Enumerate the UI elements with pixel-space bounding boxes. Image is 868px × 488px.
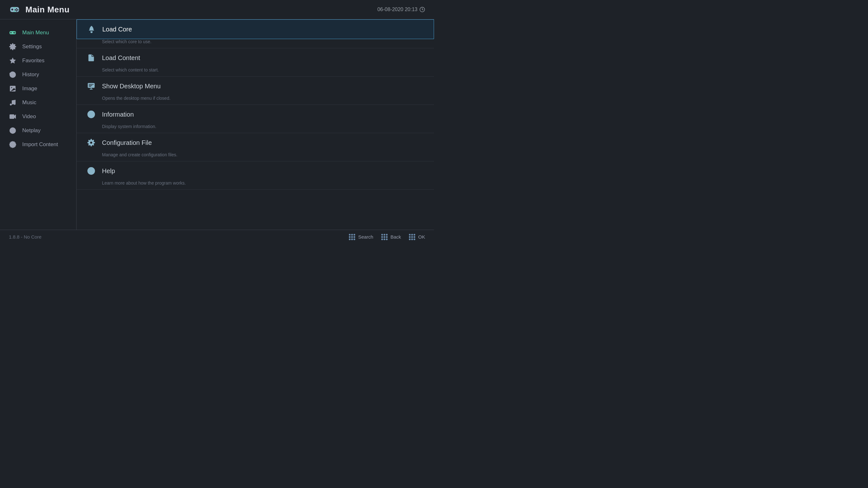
sidebar-label-history: History [22,71,39,78]
information-desc: Display system information. [76,124,434,133]
configuration-file-item[interactable]: Configuration File [76,133,434,152]
svg-point-13 [14,32,14,32]
svg-point-50 [381,234,383,235]
configuration-file-label: Configuration File [102,139,152,147]
image-icon [9,85,17,92]
svg-point-54 [386,234,387,235]
sidebar-label-image: Image [22,86,37,92]
configuration-file-desc: Manage and create configuration files. [76,152,434,161]
back-button-icon [381,234,388,241]
sidebar-item-image[interactable]: Image [0,82,76,96]
version-label: 1.8.8 - No Core [9,234,42,240]
search-button-icon [348,234,355,241]
sidebar-label-import-content: Import Content [22,142,58,148]
help-desc: Learn more about how the program works. [76,180,434,189]
configuration-file-wrapper: Configuration File Manage and create con… [76,133,434,161]
svg-point-51 [384,234,385,235]
rocket-icon [87,25,96,34]
info-icon [87,110,96,119]
svg-point-48 [352,239,353,240]
clock-icon [420,7,425,12]
svg-point-56 [381,239,383,240]
document-icon [87,53,96,62]
gamepad-logo-icon [9,4,20,15]
load-core-label: Load Core [102,26,132,33]
help-item[interactable]: Help [76,161,434,180]
header-left: Main Menu [9,4,69,15]
svg-rect-2 [11,9,13,10]
svg-point-57 [384,239,385,240]
load-core-item[interactable]: Load Core [76,20,434,39]
sidebar-label-favorites: Favorites [22,58,44,64]
svg-point-3 [16,8,17,9]
star-icon [9,57,17,64]
svg-point-20 [11,87,12,88]
svg-point-64 [414,236,415,238]
svg-point-52 [381,236,383,238]
svg-point-41 [349,234,350,235]
video-icon [9,113,17,120]
svg-rect-23 [9,114,14,119]
back-action[interactable]: Back [381,234,401,241]
load-content-item[interactable]: Load Content [76,48,434,67]
sidebar-label-music: Music [22,99,36,106]
footer: 1.8.8 - No Core Search [0,230,434,244]
svg-rect-12 [10,32,12,33]
desktop-icon [87,82,96,91]
svg-point-45 [354,234,355,235]
svg-point-15 [14,33,14,33]
sidebar-item-netplay[interactable]: Netplay [0,124,76,138]
sidebar-item-main-menu[interactable]: Main Menu [0,26,76,40]
search-action[interactable]: Search [348,234,373,241]
svg-rect-8 [14,11,16,12]
sidebar-item-history[interactable]: History [0,68,76,82]
datetime-display: 06-08-2020 20:13 [377,7,425,12]
content-area: Load Core Select which core to use. Load… [76,20,434,230]
show-desktop-menu-desc: Opens the desktop menu if closed. [76,96,434,104]
ok-label: OK [418,234,425,240]
svg-point-65 [409,239,410,240]
sidebar-item-favorites[interactable]: Favorites [0,54,76,68]
svg-point-49 [354,239,355,240]
sidebar-label-netplay: Netplay [22,127,41,134]
svg-point-62 [411,236,413,238]
search-label: Search [358,234,373,240]
help-wrapper: Help Learn more about how the program wo… [76,161,434,190]
svg-point-42 [352,234,353,235]
show-desktop-menu-item[interactable]: Show Desktop Menu [76,77,434,96]
svg-marker-24 [14,114,16,119]
svg-point-53 [384,236,385,238]
svg-point-5 [16,10,17,11]
header: Main Menu 06-08-2020 20:13 [0,0,434,20]
sidebar-item-import-content[interactable]: Import Content [0,138,76,152]
information-label: Information [102,111,134,118]
show-desktop-menu-label: Show Desktop Menu [102,83,161,90]
information-item[interactable]: Information [76,105,434,124]
help-icon [87,166,96,175]
footer-actions: Search Back [348,234,425,241]
sidebar-item-video[interactable]: Video [0,110,76,124]
netplay-icon [9,127,17,134]
sidebar-item-settings[interactable]: Settings [0,40,76,54]
svg-point-58 [386,239,387,240]
sidebar-label-main-menu: Main Menu [22,30,49,36]
sidebar-item-music[interactable]: Music [0,96,76,110]
gamepad-icon [9,29,17,36]
svg-point-67 [414,239,415,240]
import-icon [9,141,17,148]
show-desktop-menu-wrapper: Show Desktop Menu Opens the desktop menu… [76,77,434,105]
svg-point-66 [411,239,413,240]
load-content-label: Load Content [102,54,140,62]
load-content-wrapper: Load Content Select which content to sta… [76,48,434,77]
history-icon [9,71,17,79]
svg-point-22 [14,103,16,105]
svg-point-6 [14,9,16,10]
svg-point-21 [10,103,12,105]
page-title: Main Menu [25,5,69,14]
load-core-desc: Select which core to use. [76,39,434,48]
back-label: Back [391,234,401,240]
svg-point-60 [411,234,413,235]
ok-action[interactable]: OK [409,234,425,241]
ok-button-icon [409,234,415,241]
help-label: Help [102,167,115,175]
